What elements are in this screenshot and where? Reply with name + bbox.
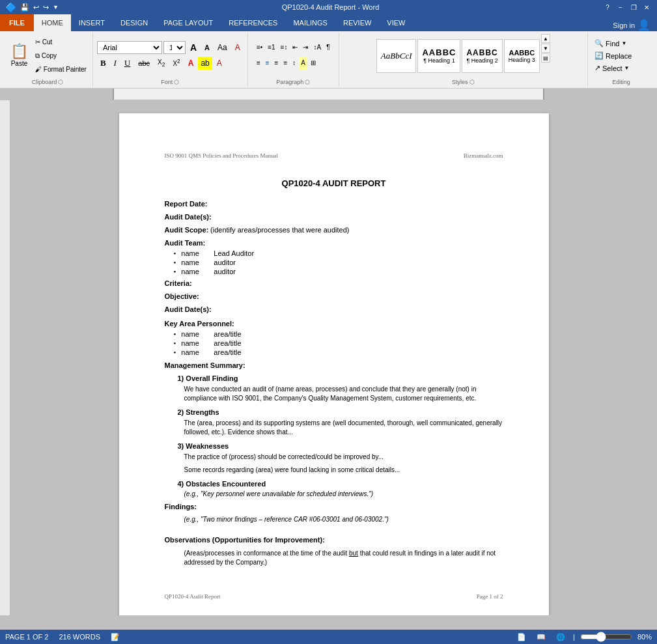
styles-scroll-down[interactable]: ▼ [541,44,550,53]
show-marks-button[interactable]: ¶ [324,41,331,54]
team-member-2: • name auditor [165,259,503,266]
quick-access-customize[interactable]: ▼ [53,4,59,10]
clear-format-button[interactable]: Aa [214,41,231,54]
restore-button[interactable]: ❐ [628,3,639,12]
multilevel-button[interactable]: ≡↕ [279,41,290,54]
paragraph-expand-icon[interactable]: ⬡ [305,79,310,85]
tab-design[interactable]: DESIGN [113,14,156,31]
sort-button[interactable]: ↕A [311,41,323,54]
font-color-button[interactable]: A [185,57,197,70]
bullet-3: • [174,268,176,275]
tab-references[interactable]: REFERENCES [221,14,285,31]
font-group: Arial 12 A A Aa A B I U abc X2 X2 A ab A [93,33,248,87]
editing-group: 🔍 Find ▼ 🔄 Replace ↗ Select ▼ Editing [588,33,654,87]
close-button[interactable]: ✕ [641,3,652,12]
font-size-select[interactable]: 12 [163,41,186,54]
tab-review[interactable]: REVIEW [335,14,379,31]
styles-scroll-controls: ▲ ▼ ▤ [541,34,550,77]
editing-label: Editing [612,79,630,85]
quick-access-redo[interactable]: ↪ [43,3,49,12]
increase-indent-button[interactable]: ⇥ [301,41,310,54]
styles-more[interactable]: ▤ [541,53,550,63]
find-button[interactable]: 🔍 Find ▼ [592,38,650,49]
view-print-button[interactable]: 📄 [514,632,529,643]
minimize-button[interactable]: − [615,3,626,12]
styles-expand-icon[interactable]: ⬡ [469,79,475,85]
criteria-row: Criteria: [165,279,503,287]
borders-button[interactable]: ⊞ [309,57,318,70]
styles-scroll-up[interactable]: ▲ [541,34,550,43]
style-heading2[interactable]: AABBC ¶ Heading 2 [462,39,502,73]
bullets-button[interactable]: ≡• [255,41,264,54]
clipboard-small-btns: ✂ Cut ⧉ Copy 🖌 Format Painter [33,36,89,76]
paste-button[interactable]: 📋 FILE Paste [7,42,32,70]
tab-view[interactable]: VIEW [379,14,413,31]
style-emphasis[interactable]: AABBC ¶ Heading 1 [417,39,460,73]
tab-insert[interactable]: INSERT [71,14,113,31]
weaknesses-heading: 3) Weaknesses [178,442,503,450]
font-grow-button[interactable]: A [187,41,200,54]
subscript-button[interactable]: X2 [154,57,168,70]
personnel-role-3: area/title [214,348,241,356]
select-button[interactable]: ↗ Select ▼ [592,63,650,74]
strikethrough-button[interactable]: abc [135,57,153,70]
font-shrink-button[interactable]: A [201,41,213,54]
personnel-2: • name area/title [165,339,503,347]
zoom-slider[interactable] [580,632,632,642]
tab-home[interactable]: HOME [34,14,71,31]
bullet-2: • [174,259,176,266]
view-web-button[interactable]: 🌐 [553,632,568,643]
numbering-button[interactable]: ≡1 [266,41,277,54]
decrease-indent-button[interactable]: ⇤ [290,41,300,54]
replace-button[interactable]: 🔄 Replace [592,50,650,61]
text-color-button[interactable]: A [214,57,225,70]
style-heading3-preview: AABBC [509,49,535,57]
copy-button[interactable]: ⧉ Copy [33,49,89,63]
clipboard-expand-icon[interactable]: ⬡ [58,79,63,85]
proofing-icon[interactable]: 📝 [111,633,120,641]
style-heading3[interactable]: AABBC Heading 3 [504,39,540,73]
align-left-button[interactable]: ≡ [255,57,262,70]
italic-button[interactable]: I [111,57,120,70]
personnel-name-2: name [181,339,214,347]
main-area: ISO 9001 QMS Policies and Procedures Man… [0,100,657,615]
highlight-button[interactable]: ab [198,57,212,70]
tab-page-layout[interactable]: PAGE LAYOUT [156,14,221,31]
style-aabbccl[interactable]: AaBbCcI [376,39,417,73]
view-read-button[interactable]: 📖 [534,632,548,643]
findings-value: (e.g., "Two minor findings – reference C… [184,516,503,523]
audit-team-label: Audit Team: [165,239,503,247]
superscript-button[interactable]: X2 [169,57,183,70]
bold-button[interactable]: B [97,57,109,70]
document-area[interactable]: ISO 9001 QMS Policies and Procedures Man… [10,100,657,615]
personnel-name-1: name [181,330,214,338]
tab-file[interactable]: FILE [0,14,34,31]
management-summary-label: Management Summary: [165,361,503,369]
justify-button[interactable]: ≡ [281,57,289,70]
format-painter-button[interactable]: 🖌 Format Painter [33,63,89,76]
style-heading2-preview: AABBC [466,48,497,57]
line-spacing-button[interactable]: ↕ [290,57,298,70]
clear-all-format-button[interactable]: A [232,41,244,54]
quick-access-save[interactable]: 💾 [20,3,29,12]
sign-in-button[interactable]: Sign in 👤 [613,19,657,31]
audit-scope-label: Audit Scope: [165,226,209,234]
quick-access-undo[interactable]: ↩ [33,3,39,12]
align-center-button[interactable]: ≡ [264,57,272,70]
page-header: ISO 9001 QMS Policies and Procedures Man… [165,152,503,159]
select-icon: ↗ [594,64,600,72]
personnel-bullet-1: • [174,330,176,338]
help-button[interactable]: ? [602,3,613,12]
font-family-select[interactable]: Arial [97,41,162,54]
bullet-1: • [174,249,176,257]
style-emphasis-preview: AABBC [422,48,456,57]
team-name-3: name [181,268,214,275]
styles-group: AaBbCcI AABBC ¶ Heading 1 AABBC ¶ Headin… [339,33,588,87]
font-expand-icon[interactable]: ⬡ [174,79,179,85]
align-right-button[interactable]: ≡ [273,57,281,70]
observations-label: Observations (Opportunities for Improvem… [165,536,325,544]
tab-mailings[interactable]: MAILINGS [285,14,335,31]
underline-button[interactable]: U [121,57,133,70]
cut-button[interactable]: ✂ Cut [33,36,89,49]
shading-button[interactable]: A [299,57,307,70]
